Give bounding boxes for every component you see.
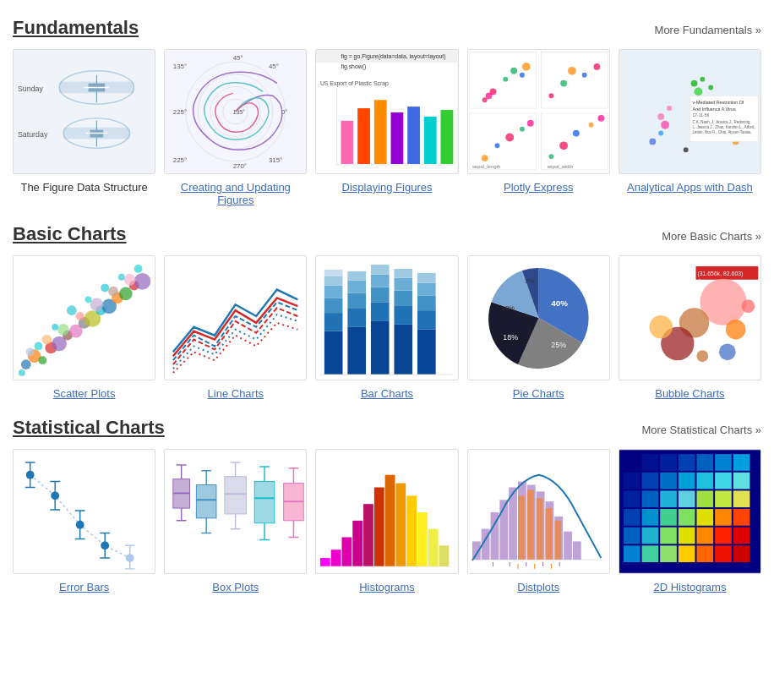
svg-text:25%: 25% [551, 341, 566, 349]
svg-rect-132 [324, 286, 343, 298]
svg-rect-44 [470, 52, 537, 108]
card-image-bar-charts [315, 255, 458, 380]
svg-point-68 [588, 123, 593, 128]
svg-point-120 [35, 342, 43, 351]
svg-point-62 [520, 127, 525, 132]
card-creating-updating-figures[interactable]: 45° 0° 270° 225° 135° 45° 135° 225° 315°… [164, 49, 307, 206]
svg-rect-272 [696, 454, 713, 471]
fundamentals-cards: Sunday Saturday The Fig [13, 49, 761, 206]
svg-point-114 [57, 324, 69, 336]
svg-text:18%: 18% [503, 333, 518, 342]
svg-rect-139 [348, 271, 367, 281]
svg-point-99 [39, 356, 47, 364]
svg-rect-154 [417, 273, 436, 283]
svg-rect-301 [715, 528, 732, 544]
svg-rect-58 [470, 113, 537, 170]
svg-rect-174 [14, 450, 155, 573]
svg-rect-144 [371, 265, 390, 275]
card-label-error-bars: Error Bars [59, 581, 109, 593]
svg-rect-298 [660, 528, 677, 544]
svg-point-126 [134, 265, 143, 273]
svg-rect-228 [331, 550, 341, 566]
svg-text:40%: 40% [551, 298, 568, 308]
svg-rect-35 [341, 121, 354, 164]
svg-rect-143 [371, 275, 390, 287]
svg-rect-146 [395, 305, 413, 325]
svg-rect-238 [439, 545, 450, 566]
card-plotly-express[interactable]: sepal_length sepal_width Plotly Express [467, 49, 610, 206]
svg-rect-251 [564, 532, 572, 560]
card-image-figure-data-structure: Sunday Saturday [13, 49, 155, 174]
card-pie-charts[interactable]: 40% 25% 18% 10% 7% Pie Charts [467, 255, 610, 400]
fundamentals-more-link[interactable]: More Fundamentals » [655, 24, 761, 36]
svg-rect-269 [641, 454, 658, 471]
svg-rect-253 [518, 495, 525, 560]
card-line-charts[interactable]: Line Charts [164, 255, 307, 400]
svg-rect-291 [660, 509, 677, 526]
svg-rect-141 [371, 302, 390, 321]
svg-rect-37 [374, 100, 387, 164]
svg-point-170 [719, 343, 736, 360]
svg-text:17-11-56: 17-11-56 [692, 113, 709, 118]
svg-rect-131 [324, 298, 343, 313]
card-error-bars[interactable]: Error Bars [13, 449, 155, 593]
svg-rect-129 [324, 331, 343, 375]
svg-point-49 [520, 73, 525, 78]
card-image-pie-charts: 40% 25% 18% 10% 7% [467, 255, 610, 380]
svg-rect-145 [395, 325, 413, 375]
card-displaying-figures[interactable]: fig = go.Figure(data=data, layout=layout… [315, 49, 458, 206]
card-label-2d-histograms: 2D Histograms [653, 581, 726, 593]
svg-rect-135 [348, 327, 367, 375]
svg-rect-134 [324, 270, 343, 276]
card-bar-charts[interactable]: Bar Charts [315, 255, 458, 400]
statistical-charts-title: Statistical Charts [13, 417, 165, 439]
card-bubble-charts[interactable]: (31.656k, 82.603) Japan Bubble Charts [619, 255, 761, 400]
svg-rect-305 [660, 545, 677, 562]
svg-rect-231 [363, 504, 373, 566]
svg-rect-297 [641, 528, 658, 544]
svg-point-168 [726, 320, 746, 340]
svg-rect-271 [679, 454, 695, 471]
svg-text:45°: 45° [269, 63, 279, 70]
card-2d-histograms[interactable]: 2D Histograms [619, 449, 761, 593]
svg-text:225°: 225° [173, 156, 187, 164]
card-image-creating-updating-figures: 45° 0° 270° 225° 135° 45° 135° 225° 315° [164, 49, 307, 174]
card-scatter-plots[interactable]: Scatter Plots [13, 255, 155, 400]
svg-rect-300 [696, 528, 713, 544]
svg-rect-36 [358, 108, 371, 164]
svg-rect-252 [573, 541, 581, 560]
svg-rect-282 [624, 490, 640, 507]
card-image-error-bars [13, 449, 155, 574]
svg-rect-307 [696, 545, 713, 562]
svg-text:Sunday: Sunday [18, 85, 44, 93]
svg-rect-149 [395, 269, 413, 278]
card-analytical-apps-with-dash[interactable]: v-Mediated Restriction Of And Influence … [619, 49, 761, 206]
svg-text:v-Mediated Restriction Of: v-Mediated Restriction Of [692, 100, 744, 105]
basic-charts-more-link[interactable]: More Basic Charts » [662, 230, 761, 243]
svg-text:Letion, Nov R., Ohio, Alyson T: Letion, Nov R., Ohio, Alyson Tanias. [692, 130, 751, 134]
svg-rect-273 [715, 454, 732, 471]
card-image-distplots [467, 449, 610, 574]
card-label-distplots: Distplots [517, 581, 559, 593]
card-label-scatter-plots: Scatter Plots [53, 387, 116, 400]
svg-rect-288 [733, 490, 750, 507]
card-figure-data-structure[interactable]: Sunday Saturday The Fig [13, 49, 155, 206]
card-distplots[interactable]: Distplots [467, 449, 610, 593]
svg-rect-293 [696, 509, 713, 526]
card-histograms[interactable]: Histograms [315, 449, 458, 593]
card-label-displaying-figures: Displaying Figures [342, 181, 433, 194]
svg-point-171 [649, 315, 673, 339]
svg-point-45 [482, 97, 487, 102]
svg-rect-133 [324, 276, 343, 286]
svg-rect-283 [641, 490, 658, 507]
svg-point-66 [559, 141, 568, 150]
svg-point-125 [118, 274, 125, 281]
card-box-plots[interactable]: Box Plots [164, 449, 307, 593]
svg-rect-137 [348, 293, 367, 308]
svg-rect-234 [396, 484, 406, 566]
svg-text:sepal_length: sepal_length [472, 164, 500, 169]
svg-text:And Influence A Virus: And Influence A Virus [692, 107, 735, 112]
fundamentals-title: Fundamentals [13, 17, 139, 39]
fundamentals-header: Fundamentals More Fundamentals » [13, 17, 761, 39]
statistical-charts-more-link[interactable]: More Statistical Charts » [641, 424, 761, 436]
